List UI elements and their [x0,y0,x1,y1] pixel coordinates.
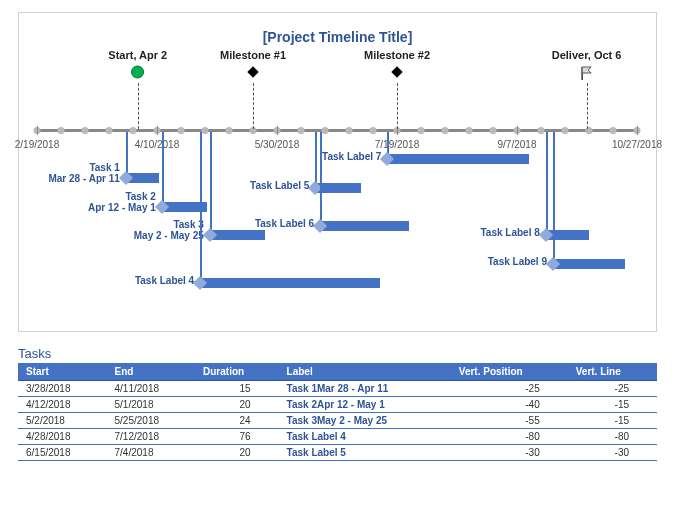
chart-plot-area: 2/19/20184/10/20185/30/20187/19/20189/7/… [37,49,638,309]
task-bar [200,278,380,288]
chart-title: [Project Timeline Title] [37,29,638,45]
task-label: Task 2Apr 12 - May 1 [88,191,162,213]
table-cell-end: 4/11/2018 [107,381,196,397]
table-header: End [107,363,196,381]
table-cell-vpos: -80 [451,429,568,445]
task-bar [126,173,160,183]
task-bar [387,154,529,164]
milestone-connector [587,83,588,129]
task-drop-line [162,132,164,207]
table-cell-end: 5/1/2018 [107,397,196,413]
axis-minor-tick [370,127,377,134]
task-label: Task Label 6 [255,218,320,229]
green-dot-icon [131,65,145,81]
task-label: Task 1Mar 28 - Apr 11 [48,162,125,184]
table-cell-start: 3/28/2018 [18,381,107,397]
task-label: Task 3May 2 - May 25 [134,219,210,241]
task-bar [315,183,361,193]
axis-minor-tick [202,127,209,134]
table-cell-vline: -80 [568,429,657,445]
table-cell-vline: -25 [568,381,657,397]
table-cell-vline: -15 [568,397,657,413]
table-cell-vline: -30 [568,445,657,461]
svg-rect-2 [391,66,402,77]
milestone: Milestone #1 [220,49,286,83]
table-row: 4/28/20187/12/201876Task Label 4-80-80 [18,429,657,445]
table-cell-vline: -15 [568,413,657,429]
milestone: Milestone #2 [364,49,430,83]
task-drop-line [553,132,555,264]
task-label: Task Label 8 [481,227,546,238]
task-bar [553,259,625,269]
table-cell-duration: 20 [195,445,279,461]
milestone-connector [253,83,254,129]
svg-point-0 [132,66,144,78]
table-cell-duration: 20 [195,397,279,413]
milestone-label: Milestone #1 [220,49,286,61]
milestone-label: Start, Apr 2 [108,49,167,61]
axis-minor-tick [490,127,497,134]
axis-minor-tick [130,127,137,134]
task-label: Task Label 5 [250,180,315,191]
axis-tick-label: 10/27/2018 [612,139,662,150]
table-cell-label: Task 2Apr 12 - May 1 [279,397,451,413]
milestone-label: Deliver, Oct 6 [552,49,622,61]
milestone-label: Milestone #2 [364,49,430,61]
milestone: Start, Apr 2 [108,49,167,83]
axis-tick [37,126,38,135]
table-cell-start: 6/15/2018 [18,445,107,461]
milestone: Deliver, Oct 6 [552,49,622,85]
axis-tick [637,126,638,135]
table-row: 6/15/20187/4/201820Task Label 5-30-30 [18,445,657,461]
axis-minor-tick [466,127,473,134]
axis-tick-label: 5/30/2018 [255,139,300,150]
axis-tick [517,126,518,135]
table-cell-label: Task Label 5 [279,445,451,461]
axis-tick-label: 9/7/2018 [498,139,537,150]
task-drop-line [200,132,202,283]
flag-icon [579,65,595,83]
table-cell-start: 4/28/2018 [18,429,107,445]
axis-minor-tick [538,127,545,134]
table-title: Tasks [18,346,657,361]
axis-minor-tick [58,127,65,134]
axis-minor-tick [178,127,185,134]
table-cell-start: 4/12/2018 [18,397,107,413]
task-bar [320,221,409,231]
table-cell-vpos: -30 [451,445,568,461]
svg-rect-1 [247,66,258,77]
axis-minor-tick [562,127,569,134]
task-label: Task Label 7 [322,151,387,162]
black-diamond-icon [246,65,260,81]
table-cell-duration: 15 [195,381,279,397]
table-header: Duration [195,363,279,381]
axis-minor-tick [418,127,425,134]
table-row: 4/12/20185/1/201820Task 2Apr 12 - May 1-… [18,397,657,413]
table-header: Start [18,363,107,381]
table-header: Vert. Line [568,363,657,381]
table-cell-end: 5/25/2018 [107,413,196,429]
table-cell-duration: 76 [195,429,279,445]
axis-minor-tick [610,127,617,134]
table-cell-label: Task 1Mar 28 - Apr 11 [279,381,451,397]
axis-tick [157,126,158,135]
table-cell-vpos: -40 [451,397,568,413]
axis-tick-label: 2/19/2018 [15,139,60,150]
table-row: 3/28/20184/11/201815Task 1Mar 28 - Apr 1… [18,381,657,397]
milestone-connector [397,83,398,129]
axis-minor-tick [298,127,305,134]
black-diamond-icon [390,65,404,81]
timeline-chart: [Project Timeline Title] 2/19/20184/10/2… [18,12,657,332]
table-cell-vpos: -55 [451,413,568,429]
axis-tick-label: 4/10/2018 [135,139,180,150]
milestone-connector [138,83,139,129]
axis-minor-tick [346,127,353,134]
task-drop-line [315,132,317,188]
tasks-table: StartEndDurationLabelVert. PositionVert.… [18,363,657,461]
axis-tick [277,126,278,135]
task-label: Task Label 9 [488,256,553,267]
axis-minor-tick [322,127,329,134]
axis-minor-tick [82,127,89,134]
axis-tick-label: 7/19/2018 [375,139,420,150]
table-row: 5/2/20185/25/201824Task 3May 2 - May 25-… [18,413,657,429]
